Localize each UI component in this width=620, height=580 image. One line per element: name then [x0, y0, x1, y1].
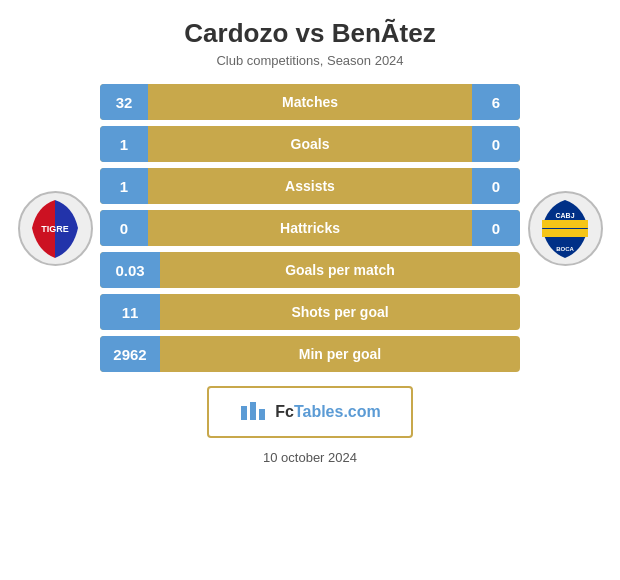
min-per-goal-value: 2962 — [100, 336, 160, 372]
footer-date: 10 october 2024 — [263, 450, 357, 465]
stats-section: 32 Matches 6 1 Goals 0 1 Assists 0 0 Hat… — [100, 84, 520, 372]
stat-row-goals-per-match: 0.03 Goals per match — [100, 252, 520, 288]
goals-left-value: 1 — [100, 126, 148, 162]
svg-rect-4 — [542, 229, 588, 237]
svg-rect-8 — [250, 402, 256, 420]
left-team-logo: TIGRE — [10, 191, 100, 266]
assists-label: Assists — [148, 168, 472, 204]
fctables-icon — [239, 398, 267, 426]
page-title: Cardozo vs BenÃtez — [184, 18, 435, 49]
shots-per-goal-label: Shots per goal — [160, 294, 520, 330]
goals-per-match-value: 0.03 — [100, 252, 160, 288]
tigre-logo: TIGRE — [18, 191, 93, 266]
stat-row-hattricks: 0 Hattricks 0 — [100, 210, 520, 246]
goals-per-match-label: Goals per match — [160, 252, 520, 288]
boca-logo: CABJ BOCA — [528, 191, 603, 266]
assists-right-value: 0 — [472, 168, 520, 204]
page-wrapper: Cardozo vs BenÃtez Club competitions, Se… — [0, 0, 620, 580]
page-subtitle: Club competitions, Season 2024 — [216, 53, 403, 68]
svg-rect-9 — [259, 409, 265, 420]
goals-right-value: 0 — [472, 126, 520, 162]
stat-row-goals: 1 Goals 0 — [100, 126, 520, 162]
svg-rect-3 — [542, 220, 588, 228]
stat-row-shots-per-goal: 11 Shots per goal — [100, 294, 520, 330]
stat-row-assists: 1 Assists 0 — [100, 168, 520, 204]
shots-per-goal-value: 11 — [100, 294, 160, 330]
matches-left-value: 32 — [100, 84, 148, 120]
matches-right-value: 6 — [472, 84, 520, 120]
fctables-text: FcTables.com — [275, 403, 381, 421]
hattricks-left-value: 0 — [100, 210, 148, 246]
goals-label: Goals — [148, 126, 472, 162]
right-team-logo: CABJ BOCA — [520, 191, 610, 266]
svg-rect-7 — [241, 406, 247, 420]
hattricks-right-value: 0 — [472, 210, 520, 246]
svg-text:TIGRE: TIGRE — [41, 224, 69, 234]
matches-label: Matches — [148, 84, 472, 120]
fctables-banner: FcTables.com — [207, 386, 413, 438]
hattricks-label: Hattricks — [148, 210, 472, 246]
stat-row-min-per-goal: 2962 Min per goal — [100, 336, 520, 372]
min-per-goal-label: Min per goal — [160, 336, 520, 372]
comparison-area: TIGRE 32 Matches 6 1 Goals 0 1 Assists — [10, 84, 610, 372]
svg-text:CABJ: CABJ — [555, 212, 574, 219]
assists-left-value: 1 — [100, 168, 148, 204]
stat-row-matches: 32 Matches 6 — [100, 84, 520, 120]
svg-text:BOCA: BOCA — [556, 246, 574, 252]
